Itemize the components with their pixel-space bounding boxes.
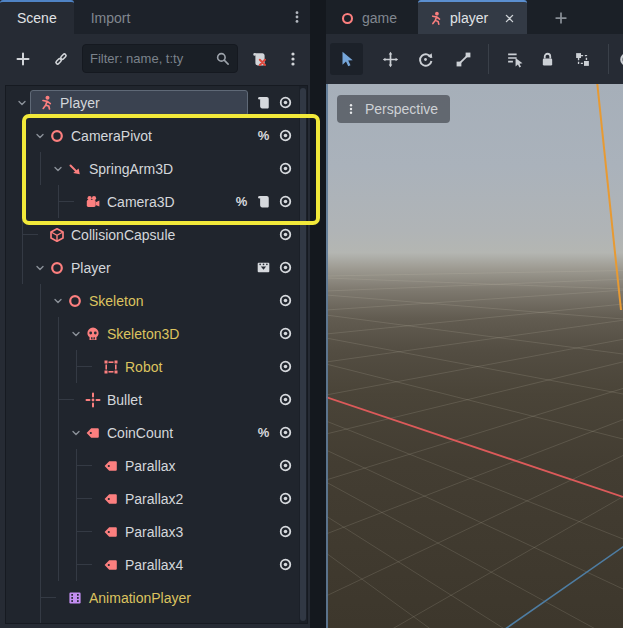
tree-row-bullet[interactable]: Bullet — [6, 383, 307, 416]
tab-scene-label: Scene — [17, 10, 57, 26]
group-button[interactable] — [571, 48, 593, 70]
filter-input[interactable]: Filter: name, t:ty — [82, 44, 238, 73]
chain-link-icon — [53, 51, 69, 67]
unique-name-badge[interactable]: % — [255, 424, 272, 442]
tree-row-player-root[interactable]: Player — [6, 86, 307, 119]
chevron-down-icon[interactable] — [50, 293, 66, 309]
chevron-down-icon[interactable] — [68, 326, 84, 342]
character-body-3d-icon — [37, 94, 54, 111]
visibility-eye-icon[interactable] — [277, 160, 294, 178]
tree-scrollbar[interactable] — [299, 86, 307, 623]
chevron-down-icon[interactable] — [14, 95, 30, 111]
visibility-eye-icon[interactable] — [277, 325, 294, 343]
detach-script-button[interactable] — [247, 47, 271, 71]
tree-row-robot[interactable]: Robot — [6, 350, 307, 383]
scene-toolbar: Filter: name, t:ty — [0, 34, 310, 84]
visibility-eye-icon[interactable] — [277, 457, 294, 475]
tree-row-player-instance[interactable]: Player — [6, 251, 307, 284]
scrollbar-thumb[interactable] — [300, 88, 306, 621]
node-name: AnimationTree — [89, 623, 180, 625]
list-select-tool-button[interactable] — [503, 48, 525, 70]
select-tool-button[interactable] — [330, 43, 363, 75]
lock-button[interactable] — [536, 48, 558, 70]
animation-player-icon — [66, 589, 83, 606]
visibility-eye-icon[interactable] — [277, 292, 294, 310]
collision-shape-3d-icon — [48, 226, 65, 243]
visibility-eye-icon[interactable] — [277, 358, 294, 376]
3d-viewport[interactable]: Perspective — [326, 84, 623, 628]
label-3d-icon — [102, 556, 119, 573]
visibility-eye-icon[interactable] — [277, 193, 294, 211]
unique-name-badge[interactable]: % — [255, 127, 272, 145]
tree-row-collisioncapsule[interactable]: CollisionCapsule — [6, 218, 307, 251]
scene-tab-game-label: game — [362, 10, 397, 26]
add-node-button[interactable] — [11, 47, 35, 71]
visibility-eye-icon[interactable] — [277, 259, 294, 277]
godot-editor: Scene Import Filter: name, t:ty Player — [0, 0, 623, 628]
node-name: Camera3D — [107, 194, 175, 210]
new-scene-tab-button[interactable] — [550, 7, 572, 29]
tree-row-parallax[interactable]: Parallax — [6, 449, 307, 482]
rotate-tool-button[interactable] — [414, 48, 436, 70]
label-3d-icon — [84, 424, 101, 441]
close-icon[interactable] — [501, 10, 517, 26]
tree-row-skeleton[interactable]: Skeleton — [6, 284, 307, 317]
scale-tool-button[interactable] — [452, 48, 474, 70]
tab-scene[interactable]: Scene — [0, 0, 74, 34]
node-3d-icon — [66, 292, 83, 309]
visibility-eye-icon[interactable] — [277, 94, 294, 112]
node-name: Skeleton — [89, 293, 143, 309]
selected-node-pill[interactable]: Player — [30, 90, 248, 116]
tree-row-skeleton3d[interactable]: Skeleton3D — [6, 317, 307, 350]
node-name: CoinCount — [107, 425, 173, 441]
tree-row-camerapivot[interactable]: CameraPivot % — [6, 119, 307, 152]
chevron-down-icon[interactable] — [50, 161, 66, 177]
x-axis-line — [326, 397, 623, 497]
tree-row-parallax3[interactable]: Parallax3 — [6, 515, 307, 548]
spring-arm-3d-icon — [66, 160, 83, 177]
visibility-eye-icon[interactable] — [277, 226, 294, 244]
tree-row-parallax4[interactable]: Parallax4 — [6, 548, 307, 581]
tree-row-springarm3d[interactable]: SpringArm3D — [6, 152, 307, 185]
move-tool-button[interactable] — [379, 48, 401, 70]
chevron-down-icon[interactable] — [32, 260, 48, 276]
filter-placeholder: Filter: name, t:ty — [90, 51, 215, 66]
visibility-eye-icon[interactable] — [277, 523, 294, 541]
tree-row-animationplayer[interactable]: AnimationPlayer — [6, 581, 307, 614]
perspective-button[interactable]: Perspective — [337, 95, 450, 123]
unique-name-badge[interactable]: % — [233, 193, 250, 211]
chevron-down-icon[interactable] — [68, 425, 84, 441]
z-axis-line — [326, 263, 623, 628]
3d-grid-and-axes — [326, 84, 623, 628]
node-name: CollisionCapsule — [71, 227, 175, 243]
visibility-eye-icon[interactable] — [277, 391, 294, 409]
tab-import[interactable]: Import — [74, 0, 148, 34]
tree-menu-kebab-icon[interactable] — [281, 47, 305, 71]
tree-row-animationtree[interactable]: AnimationTree — [6, 614, 307, 624]
tree-row-camera3d[interactable]: Camera3D % — [6, 185, 307, 218]
node-name: Bullet — [107, 392, 142, 408]
marker-3d-icon — [84, 391, 101, 408]
script-icon[interactable] — [255, 94, 272, 112]
dock-menu-kebab-icon[interactable] — [287, 7, 307, 27]
label-3d-icon — [102, 523, 119, 540]
instantiate-scene-button[interactable] — [49, 47, 73, 71]
perspective-label: Perspective — [365, 101, 438, 117]
tree-row-parallax2[interactable]: Parallax2 — [6, 482, 307, 515]
tree-row-coincount[interactable]: CoinCount % — [6, 416, 307, 449]
visibility-eye-icon[interactable] — [277, 556, 294, 574]
visibility-eye-icon[interactable] — [277, 127, 294, 145]
cursor-arrow-icon — [338, 50, 356, 68]
scene-dock: Scene Import Filter: name, t:ty Player — [0, 0, 310, 628]
scene-tab-bar: game player — [326, 0, 623, 34]
visibility-eye-icon[interactable] — [277, 490, 294, 508]
scene-tab-player[interactable]: player — [418, 0, 527, 34]
script-icon[interactable] — [255, 193, 272, 211]
visibility-eye-icon[interactable] — [277, 424, 294, 442]
editable-instance-icon[interactable] — [255, 259, 272, 277]
ruler-tool-button[interactable] — [615, 48, 623, 70]
chevron-down-icon[interactable] — [32, 128, 48, 144]
scene-tab-game[interactable]: game — [330, 2, 407, 34]
rotate-icon — [417, 51, 434, 68]
character-body-3d-icon — [428, 11, 443, 26]
